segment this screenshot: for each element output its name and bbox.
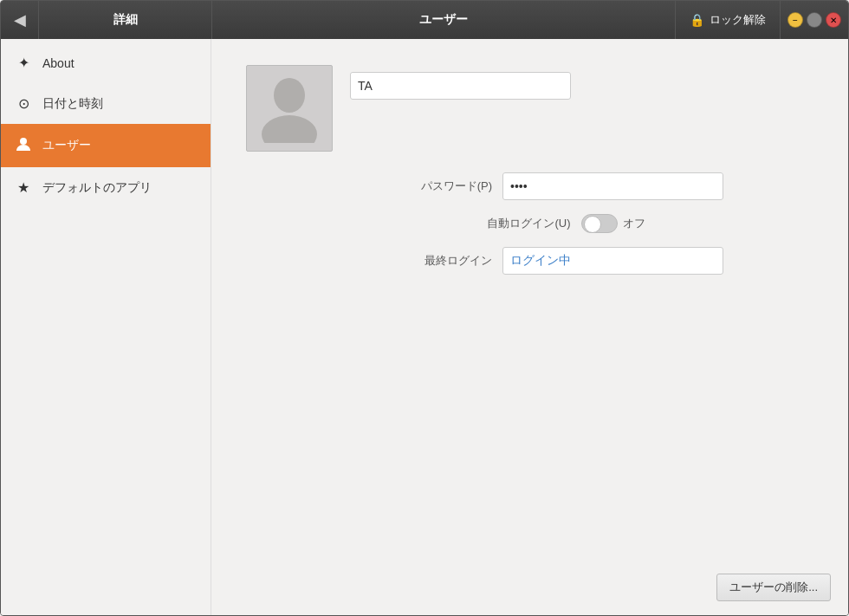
window-controls: − ✕ [780, 1, 848, 39]
sidebar: ✦ About ⊙ 日付と時刻 ユーザー ★ デフォルトのアプリ [1, 39, 211, 615]
autologin-toggle-label: オフ [623, 216, 645, 231]
lock-button[interactable]: 🔒 ロック解除 [675, 1, 780, 39]
autologin-row: 自動ログイン(U) オフ [246, 214, 813, 233]
password-input[interactable] [502, 172, 723, 200]
lastlogin-row: 最終ログイン [246, 247, 813, 275]
sidebar-item-about-label: About [42, 56, 75, 70]
close-button[interactable]: ✕ [826, 12, 841, 28]
lock-icon: 🔒 [690, 13, 704, 27]
autologin-label: 自動ログイン(U) [415, 216, 571, 231]
password-label: パスワード(P) [336, 178, 492, 194]
maximize-button[interactable] [807, 12, 822, 28]
left-title-label: 詳細 [113, 12, 138, 28]
autologin-toggle[interactable] [581, 214, 618, 233]
center-title-label: ユーザー [419, 12, 468, 28]
password-row: パスワード(P) [246, 172, 813, 200]
window: ◀ 詳細 ユーザー 🔒 ロック解除 − ✕ ✦ About [0, 0, 849, 616]
titlebar: ◀ 詳細 ユーザー 🔒 ロック解除 − ✕ [1, 1, 848, 39]
lock-label: ロック解除 [710, 12, 766, 28]
svg-point-1 [274, 78, 305, 113]
close-icon: ✕ [830, 16, 837, 25]
sidebar-item-datetime-label: 日付と時刻 [42, 96, 103, 112]
username-input[interactable] [350, 72, 571, 100]
username-field [350, 72, 571, 100]
minimize-button[interactable]: − [787, 12, 803, 28]
users-icon [15, 136, 32, 155]
delete-user-button[interactable]: ユーザーの削除... [716, 574, 831, 601]
bottom-bar: ユーザーの削除... [716, 574, 831, 601]
sidebar-item-about[interactable]: ✦ About [1, 42, 211, 83]
sidebar-item-users[interactable]: ユーザー [1, 124, 211, 167]
lastlogin-label: 最終ログイン [336, 253, 492, 269]
avatar-image [259, 74, 320, 143]
forms-section: パスワード(P) 自動ログイン(U) オフ 最終ログイン [246, 172, 813, 275]
about-icon: ✦ [15, 55, 32, 71]
sidebar-item-default-apps[interactable]: ★ デフォルトのアプリ [1, 167, 211, 208]
lastlogin-input [502, 247, 723, 275]
content-area: パスワード(P) 自動ログイン(U) オフ 最終ログイン [211, 39, 848, 615]
default-apps-icon: ★ [15, 179, 32, 196]
avatar[interactable] [246, 65, 333, 152]
main-layout: ✦ About ⊙ 日付と時刻 ユーザー ★ デフォルトのアプリ [1, 39, 848, 615]
back-button[interactable]: ◀ [1, 1, 39, 39]
back-icon: ◀ [14, 10, 26, 29]
svg-point-2 [262, 115, 317, 143]
svg-point-0 [20, 138, 27, 145]
sidebar-item-users-label: ユーザー [42, 138, 91, 153]
titlebar-center-title: ユーザー [212, 1, 675, 39]
user-profile-section [246, 65, 813, 152]
autologin-toggle-container: オフ [581, 214, 645, 233]
titlebar-left-title: 詳細 [39, 1, 212, 39]
sidebar-item-default-apps-label: デフォルトのアプリ [42, 180, 152, 196]
datetime-icon: ⊙ [15, 95, 32, 112]
minimize-icon: − [793, 16, 798, 25]
sidebar-item-datetime[interactable]: ⊙ 日付と時刻 [1, 83, 211, 124]
